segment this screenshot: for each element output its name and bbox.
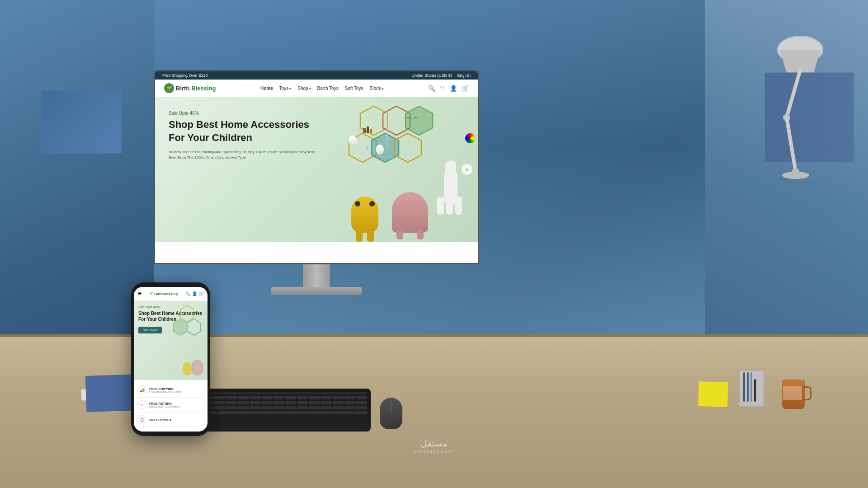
hero-title-line1: Shop Best Home Accessories [169, 119, 309, 130]
phone-toy-deco [178, 351, 205, 378]
site-topbar: Free Shipping Over $120 United States (U… [155, 71, 478, 80]
phone-features: 🚚 FREE SHIPPING Free Shipping On All Ord… [134, 380, 208, 430]
topbar-right: United States (USD $) English [411, 73, 471, 78]
phone-screen: ≡ 🌱 BirthBlessing 🔍 👤 🛒 [134, 287, 208, 432]
return-icon: ↩ [137, 400, 146, 409]
logo-birth: Birth [176, 85, 189, 92]
nav-toys[interactable]: Toys [279, 86, 292, 91]
website: Free Shipping Over $120 United States (U… [155, 71, 478, 263]
pen-3 [750, 372, 752, 402]
phone-account-icon[interactable]: 👤 [192, 291, 197, 296]
monitor-screen: Free Shipping Over $120 United States (U… [154, 70, 479, 264]
nav-barth-toys[interactable]: Barth Toys [317, 86, 339, 91]
hero-content: Sale Upto 40% Shop Best Home Accessories… [155, 97, 333, 179]
phone-hex-deco [169, 303, 205, 339]
free-shipping-label: Free Shipping Over $120 [162, 73, 208, 78]
giraffe-toy [433, 174, 469, 233]
pen-2 [747, 372, 749, 402]
wishlist-icon[interactable]: ♡ [440, 85, 445, 92]
logo-blessing: Blessing [191, 85, 216, 92]
phone-cart-icon[interactable]: 🛒 [199, 291, 204, 296]
pendant-light-2 [387, 111, 387, 147]
phone-outer: ≡ 🌱 BirthBlessing 🔍 👤 🛒 [131, 282, 210, 436]
yellow-toy [351, 197, 378, 233]
pendant-light-1 [359, 111, 360, 138]
pen-4 [754, 379, 756, 402]
mouse-scroll-wheel [391, 401, 392, 413]
svg-point-16 [782, 172, 809, 179]
site-logo: 🌱 BirthBlessing [164, 83, 216, 93]
support-icon: ⌚ [137, 415, 146, 424]
mouse[interactable] [380, 398, 402, 429]
phone-hero: Sale Upto 40% Shop Best Home Accessories… [134, 301, 208, 380]
feature-support: ⌚ 24/7 SUPPORT [137, 413, 204, 427]
support-title: 24/7 SUPPORT [149, 418, 171, 422]
shipping-icon: 🚚 [137, 385, 146, 394]
watermark-english: mostaql.com [415, 449, 453, 454]
feature-return: ↩ FREE RETURN Money Back Guarantee All [137, 398, 204, 413]
phone-container: ≡ 🌱 BirthBlessing 🔍 👤 🛒 [131, 282, 210, 436]
nav-home[interactable]: Home [260, 86, 273, 91]
phone-logo: 🌱 BirthBlessing [149, 292, 178, 296]
nav-shop[interactable]: Shop [297, 86, 311, 91]
shipping-subtitle: Free Shipping On All Order [149, 390, 182, 393]
hero-title: Shop Best Home Accessories For Your Chil… [169, 118, 319, 144]
next-arrow[interactable]: › [462, 164, 472, 175]
shipping-title: FREE SHIPPING [149, 387, 182, 390]
cart-icon[interactable]: 🛒 [462, 85, 469, 92]
svg-line-14 [787, 117, 796, 172]
svg-line-12 [787, 70, 800, 117]
phone-logo-text: BirthBlessing [154, 292, 178, 296]
site-nav: 🌱 BirthBlessing Home Toys Shop Barth Toy… [155, 80, 478, 97]
feature-support-text: 24/7 SUPPORT [149, 418, 171, 422]
desk-edge [0, 334, 868, 337]
phone-menu-icon[interactable]: ≡ [137, 290, 142, 298]
phone-shop-button[interactable]: Shop Now [138, 327, 162, 333]
search-icon[interactable]: 🔍 [428, 85, 435, 92]
color-picker[interactable] [465, 133, 475, 143]
watermark-arabic: مستقل [415, 438, 453, 449]
hero-sale-label: Sale Upto 40% [169, 111, 319, 116]
feature-return-text: FREE RETURN Money Back Guarantee All [149, 402, 181, 408]
region-selector[interactable]: United States (USD $) [411, 73, 452, 78]
desk-surface [0, 334, 868, 488]
feature-shipping: 🚚 FREE SHIPPING Free Shipping On All Ord… [137, 383, 204, 398]
hero-section: Sale Upto 40% Shop Best Home Accessories… [155, 97, 478, 242]
pink-chair [392, 192, 428, 233]
phone-nav-icons: 🔍 👤 🛒 [185, 291, 204, 296]
svg-marker-18 [174, 319, 187, 335]
feature-shipping-text: FREE SHIPPING Free Shipping On All Order [149, 387, 182, 393]
monitor-stand-base [271, 287, 362, 295]
language-selector[interactable]: English [457, 73, 471, 78]
phone-search-icon[interactable]: 🔍 [185, 291, 190, 296]
sticky-note [698, 381, 728, 407]
watermark: مستقل mostaql.com [415, 438, 453, 454]
pen-holder [739, 371, 764, 407]
coffee-cup [782, 380, 805, 409]
account-icon[interactable]: 👤 [450, 85, 457, 92]
logo-icon: 🌱 [164, 83, 174, 93]
desk-lamp [741, 18, 823, 201]
hero-title-line2: For Your Children [169, 132, 252, 143]
return-title: FREE RETURN [149, 402, 181, 405]
nav-soft-toys[interactable]: Soft Toys [345, 86, 363, 91]
keyboard[interactable] [199, 389, 371, 432]
lamp-svg [741, 18, 823, 199]
monitor-stand-neck [303, 264, 330, 287]
nav-icons: 🔍 ♡ 👤 🛒 [428, 85, 469, 92]
monitor: Free Shipping Over $120 United States (U… [154, 70, 479, 295]
coffee-label [783, 386, 803, 400]
svg-marker-19 [187, 319, 201, 335]
pen-1 [743, 372, 745, 402]
phone-topbar: ≡ 🌱 BirthBlessing 🔍 👤 🛒 [134, 287, 208, 301]
svg-marker-17 [180, 305, 194, 322]
bg-monitor-left [41, 90, 122, 154]
hero-description: Dummy Text Of The Printing And Typesetti… [169, 150, 319, 160]
return-subtitle: Money Back Guarantee All [149, 405, 181, 408]
nav-links: Home Toys Shop Barth Toys Soft Toys Blod… [260, 86, 384, 91]
nav-blods[interactable]: Blods [370, 86, 384, 91]
